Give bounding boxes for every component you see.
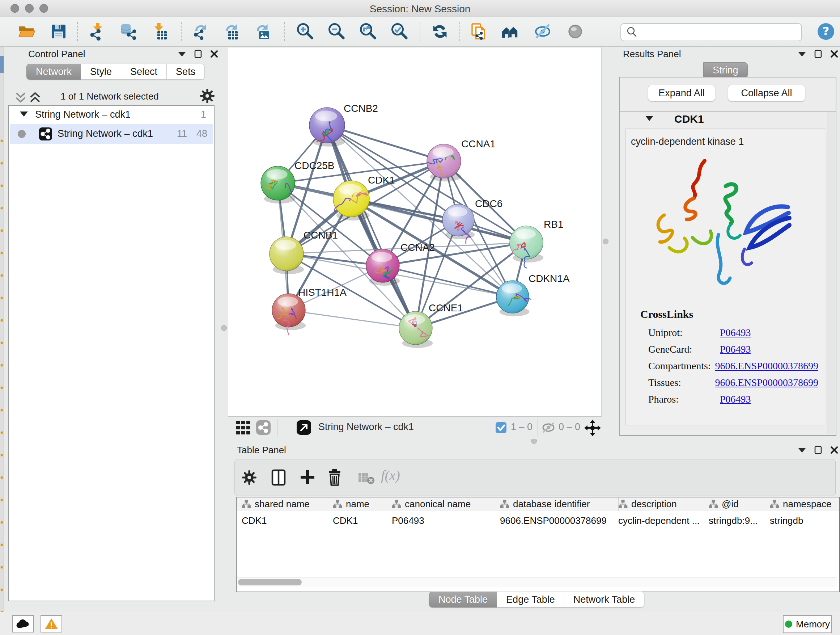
tab-sets[interactable]: Sets: [167, 64, 205, 80]
zoom-in-icon[interactable]: [298, 24, 312, 38]
folder-open-icon[interactable]: [19, 27, 35, 37]
network-tree-root-row[interactable]: String Network – cdk1 1: [9, 106, 214, 123]
header-cell-name[interactable]: name: [333, 497, 369, 511]
tree-collapse-icon[interactable]: [20, 111, 28, 117]
table-cell[interactable]: stringdb: [770, 515, 832, 526]
tab-edge-table[interactable]: Edge Table: [497, 592, 564, 608]
protein-section-header[interactable]: CDK1: [620, 111, 834, 127]
column-separator[interactable]: [709, 497, 709, 511]
help-button[interactable]: ?: [817, 22, 835, 41]
crosslink-value-link[interactable]: P06493: [720, 394, 751, 405]
tab-network-table[interactable]: Network Table: [564, 592, 645, 608]
search-box[interactable]: [621, 23, 802, 41]
column-separator[interactable]: [770, 497, 770, 511]
header-cell-databaseidentifier[interactable]: database identifier: [500, 497, 590, 511]
node-RB1[interactable]: RB1: [510, 219, 563, 268]
panel-float-icon[interactable]: [194, 50, 202, 58]
tab-select[interactable]: Select: [121, 64, 167, 80]
floppy-disk-icon[interactable]: [52, 25, 65, 38]
table-settings-gear-icon[interactable]: [241, 470, 257, 486]
crosslink-value-link[interactable]: P06493: [720, 327, 751, 339]
node-CDKN1A[interactable]: CDKN1A: [496, 273, 570, 317]
table-cell[interactable]: 9606.ENSP00000378699: [500, 515, 611, 526]
panel-menu-icon[interactable]: [798, 447, 806, 453]
houses-icon[interactable]: [502, 27, 518, 38]
edge-CCNB2-CCNA1[interactable]: [327, 125, 444, 161]
eye-slash-icon[interactable]: [536, 25, 549, 37]
node-CCNB2[interactable]: CCNB2: [309, 103, 378, 147]
delete-column-icon[interactable]: [327, 468, 343, 486]
search-input[interactable]: [639, 25, 801, 40]
export-network-icon[interactable]: [194, 24, 206, 40]
show-columns-icon[interactable]: [271, 469, 287, 486]
zoom-fit-icon[interactable]: [361, 24, 375, 38]
grid-view-icon[interactable]: [235, 420, 251, 435]
column-separator[interactable]: [392, 497, 392, 511]
table-cell[interactable]: CDK1: [333, 515, 385, 526]
expand-all-button[interactable]: Expand All: [648, 85, 715, 101]
table-horizontal-scrollbar[interactable]: [237, 577, 837, 587]
crosslink-value-link[interactable]: 9606.ENSP00000378699: [715, 360, 818, 372]
node-CCNA1[interactable]: CCNA1: [427, 138, 496, 181]
column-separator[interactable]: [618, 497, 619, 511]
refresh-icon[interactable]: [433, 25, 447, 38]
gray-eye-icon[interactable]: [569, 25, 581, 38]
share-view-icon[interactable]: [256, 420, 271, 435]
right-splitter-handle[interactable]: [603, 239, 608, 244]
zoom-out-icon[interactable]: [329, 24, 343, 38]
table-row[interactable]: CDK1CDK1P064939606.ENSP00000378699cyclin…: [237, 511, 839, 525]
panel-close-icon[interactable]: [830, 446, 838, 454]
crosslink-value-link[interactable]: P06493: [720, 344, 751, 355]
network-tree-selected-row[interactable]: String Network – cdk1 11 48: [10, 124, 213, 144]
scrollbar-thumb[interactable]: [238, 579, 302, 585]
node-CCNE1[interactable]: CCNE1: [399, 302, 463, 348]
network-options-gear-icon[interactable]: [199, 88, 215, 104]
string-documents-icon[interactable]: [472, 24, 485, 40]
warning-button[interactable]: [41, 615, 62, 632]
table-cell[interactable]: CDK1: [242, 515, 325, 526]
header-cell-id[interactable]: @id: [709, 497, 739, 511]
database-import-icon[interactable]: [121, 24, 136, 40]
export-table-icon[interactable]: [226, 24, 238, 40]
section-collapse-icon[interactable]: [645, 116, 653, 121]
panel-close-icon[interactable]: [830, 50, 838, 58]
tab-node-table[interactable]: Node Table: [429, 592, 497, 608]
results-panel-tab-string[interactable]: String: [703, 62, 748, 78]
panel-close-icon[interactable]: [210, 50, 218, 58]
import-table-icon[interactable]: [155, 23, 167, 40]
column-separator[interactable]: [333, 497, 333, 511]
header-cell-namespace[interactable]: namespace: [770, 497, 831, 511]
network-canvas[interactable]: CCNB2CCNA1CDC25BCDK1CDC6RB1CCNB1CCNA2CDK…: [228, 47, 602, 416]
edge-HIST1H1A-CCNE1[interactable]: [289, 310, 416, 328]
panel-float-icon[interactable]: [814, 50, 822, 58]
table-cell[interactable]: P06493: [392, 515, 493, 526]
header-cell-description[interactable]: description: [618, 497, 677, 511]
collapse-all-button[interactable]: Collapse All: [728, 85, 805, 101]
node-HIST1H1A[interactable]: HIST1H1A: [272, 287, 347, 335]
zoom-selected-icon[interactable]: [392, 24, 406, 38]
node-CDK1[interactable]: CDK1: [333, 174, 395, 220]
tab-style[interactable]: Style: [81, 64, 121, 80]
network-graph[interactable]: CCNB2CCNA1CDC25BCDK1CDC6RB1CCNB1CCNA2CDK…: [228, 48, 601, 416]
import-network-icon[interactable]: [91, 23, 102, 40]
header-cell-canonicalname[interactable]: canonical name: [392, 497, 471, 511]
crosslink-value-link[interactable]: 9606.ENSP00000378699: [715, 377, 818, 388]
panel-menu-icon[interactable]: [798, 51, 806, 57]
table-cell[interactable]: stringdb:9...: [709, 515, 763, 526]
birdseye-navigator-icon[interactable]: [583, 418, 602, 437]
panel-menu-icon[interactable]: [178, 51, 186, 57]
selected-checkbox-icon[interactable]: [495, 421, 507, 434]
open-in-new-window-icon[interactable]: [296, 420, 312, 435]
table-cell[interactable]: cyclin-dependent ...: [618, 515, 701, 526]
results-vertical-scrollbar[interactable]: [827, 112, 835, 434]
node-CDC25B[interactable]: CDC25B: [261, 160, 334, 203]
memory-button[interactable]: Memory: [783, 615, 832, 633]
export-image-icon[interactable]: [257, 24, 269, 39]
cloud-button[interactable]: [12, 615, 34, 632]
create-column-icon[interactable]: [299, 469, 316, 486]
header-cell-sharedname[interactable]: shared name: [242, 497, 309, 511]
panel-float-icon[interactable]: [814, 446, 822, 454]
edge-CCNA2-CDKN1A[interactable]: [383, 266, 513, 297]
left-splitter-handle[interactable]: [221, 325, 227, 331]
tab-network[interactable]: Network: [27, 64, 81, 80]
